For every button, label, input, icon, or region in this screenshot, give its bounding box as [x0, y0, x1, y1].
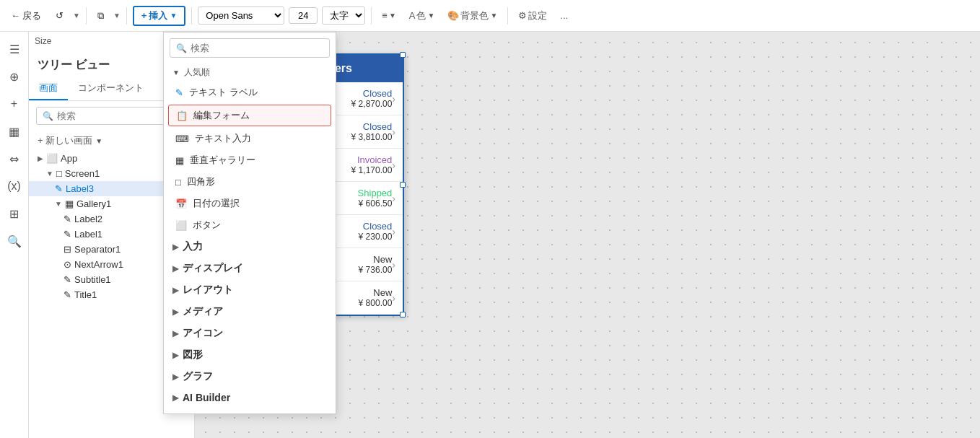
back-label: 戻る [22, 9, 41, 22]
separator1 [86, 7, 87, 25]
dropdown-search-input[interactable] [191, 43, 323, 53]
search-icon: 🔍 [7, 235, 22, 248]
align-chevron: ▼ [389, 12, 396, 19]
bg-color-icon: 🎨 [447, 10, 459, 21]
handle-br[interactable] [400, 312, 406, 317]
category-display[interactable]: ▶ ディスプレイ [164, 258, 336, 279]
format-button[interactable]: ⊞ [3, 202, 26, 225]
category-layout[interactable]: ▶ レイアウト [164, 279, 336, 301]
insert-rectangle[interactable]: □ 四角形 [164, 171, 336, 193]
tree-chevron: ▼ [46, 170, 53, 178]
add-button[interactable]: + [3, 92, 26, 115]
back-button[interactable]: ← 戻る [6, 6, 46, 25]
cat-chevron-icon: ▶ [172, 393, 178, 403]
label-icon: ✎ [64, 229, 71, 240]
insert-vertical-gallery[interactable]: ▦ 垂直ギャラリー [164, 149, 336, 171]
tree-item-label: Screen1 [65, 168, 100, 179]
search-sidebar-button[interactable]: 🔍 [3, 229, 26, 253]
bg-color-button[interactable]: 🎨 背景色 ▼ [443, 6, 502, 25]
search-input[interactable] [57, 110, 180, 121]
order-right: Closed ¥ 230.00 [359, 221, 393, 242]
order-amount: ¥ 800.00 [359, 298, 393, 308]
popular-chevron-icon: ▼ [172, 69, 180, 76]
gallery-icon: ▦ [65, 198, 74, 209]
category-label: ディスプレイ [183, 262, 243, 275]
main-layout: ☰ ⊕ + ▦ ⇔ (x) ⊞ 🔍 Size ツリー ビュー 画面 コンポーネン… [0, 32, 980, 438]
variable-button[interactable]: (x) [3, 175, 26, 198]
font-family-select[interactable]: Open Sans [198, 6, 284, 25]
grid-button[interactable]: ▦ [3, 120, 26, 143]
handle-mr[interactable] [400, 182, 406, 188]
bg-color-label: 背景色 [460, 9, 489, 22]
cat-chevron-icon: ▶ [172, 307, 178, 317]
insert-chevron-icon: ▼ [170, 12, 177, 19]
item-label: 垂直ギャラリー [190, 154, 255, 167]
tab-component[interactable]: コンポーネント [68, 77, 154, 100]
edit-form-icon: 📋 [176, 110, 188, 121]
handle-tr[interactable] [400, 52, 406, 58]
more-icon: ... [560, 10, 568, 21]
category-label: アイコン [183, 327, 223, 340]
text-color-button[interactable]: A 色 ▼ [405, 6, 439, 25]
insert-button-item[interactable]: ⬜ ボタン [164, 214, 336, 236]
copy-button[interactable]: ⧉ [92, 7, 109, 25]
order-right: New ¥ 800.00 [359, 287, 393, 308]
chevron-right-icon: › [392, 226, 395, 237]
category-media[interactable]: ▶ メディア [164, 301, 336, 323]
insert-text-input[interactable]: ⌨ テキスト入力 [164, 128, 336, 149]
item-label: ボタン [193, 219, 221, 232]
tree-chevron: ▼ [55, 200, 62, 208]
insert-edit-form[interactable]: 📋 編集フォーム [168, 105, 331, 126]
back-arrow-icon: ← [11, 10, 20, 21]
layers-icon: ⊕ [9, 70, 19, 84]
tree-chevron: ▶ [38, 154, 43, 162]
order-status: Closed [351, 88, 393, 99]
order-right: New ¥ 736.00 [359, 254, 393, 275]
format-icon: ⊞ [9, 207, 19, 221]
tab-screen[interactable]: 画面 [29, 77, 68, 100]
text-input-icon: ⌨ [175, 133, 189, 144]
settings-button[interactable]: ⚙ 設定 [514, 6, 551, 25]
category-label: レイアウト [183, 284, 233, 297]
order-amount: ¥ 606.50 [358, 198, 393, 209]
item-label: 日付の選択 [193, 197, 240, 210]
order-amount: ¥ 1,170.00 [351, 165, 393, 175]
font-size-input[interactable] [289, 7, 318, 24]
settings-label: 設定 [528, 9, 547, 22]
separator3 [191, 7, 192, 25]
undo-icon: ↺ [56, 10, 64, 21]
dropdown-search-icon: 🔍 [176, 43, 187, 53]
arrows-button[interactable]: ⇔ [3, 147, 26, 170]
order-status: Closed [351, 121, 393, 132]
order-amount: ¥ 736.00 [359, 265, 393, 275]
category-label: グラフ [183, 370, 213, 383]
layers-button[interactable]: ⊕ [3, 65, 26, 88]
category-graph[interactable]: ▶ グラフ [164, 366, 336, 387]
variable-icon: (x) [7, 180, 21, 193]
insert-text-label[interactable]: ✎ テキスト ラベル [164, 82, 336, 103]
order-right: Invoiced ¥ 1,170.00 [351, 154, 393, 175]
category-input[interactable]: ▶ 入力 [164, 236, 336, 258]
order-amount: ¥ 2,870.00 [351, 99, 393, 109]
category-label: 図形 [183, 349, 203, 362]
more-button[interactable]: ... [556, 7, 572, 24]
cat-chevron-icon: ▶ [172, 329, 178, 338]
align-button[interactable]: ≡ ▼ [377, 7, 401, 24]
category-shapes[interactable]: ▶ 図形 [164, 344, 336, 366]
insert-date-picker[interactable]: 📅 日付の選択 [164, 193, 336, 214]
category-icons[interactable]: ▶ アイコン [164, 323, 336, 344]
sidebar-icons: ☰ ⊕ + ▦ ⇔ (x) ⊞ 🔍 [0, 32, 29, 438]
font-style-select[interactable]: 太字 [322, 6, 365, 25]
hamburger-menu-button[interactable]: ☰ [3, 38, 26, 61]
undo-button[interactable]: ↺ [51, 7, 69, 24]
tree-item-label: Label3 [66, 183, 94, 194]
grid-icon: ▦ [9, 125, 19, 139]
tree-item-label: Label1 [74, 229, 102, 240]
nextarrow-icon: ⊙ [64, 259, 71, 270]
tree-item-label: Gallery1 [76, 198, 111, 209]
insert-button[interactable]: + 挿入 ▼ [133, 6, 186, 26]
category-ai-builder[interactable]: ▶ AI Builder [164, 387, 336, 408]
settings-gear-icon: ⚙ [518, 10, 527, 21]
order-status: Closed [359, 221, 393, 232]
app-icon: ⬜ [46, 153, 58, 164]
